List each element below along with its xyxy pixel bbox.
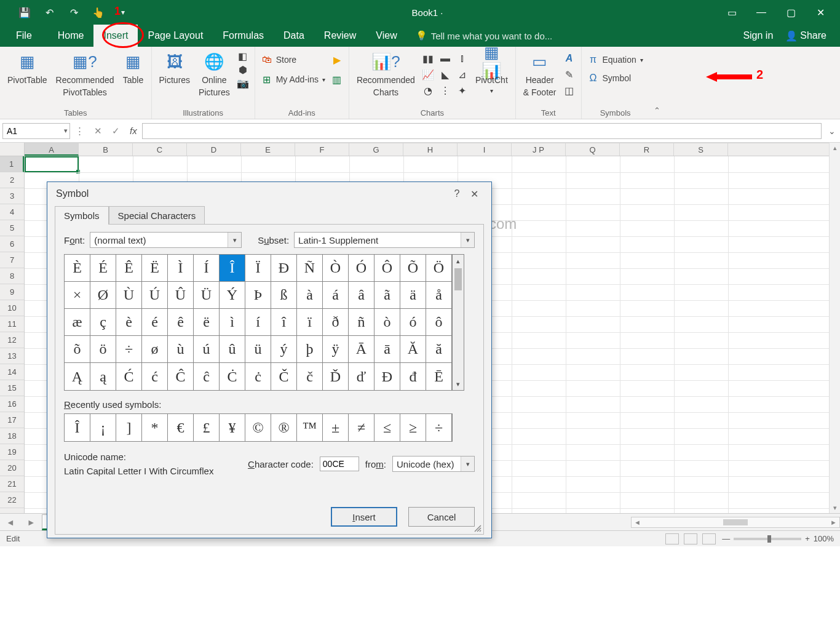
from-select[interactable]: Unicode (hex)▾ xyxy=(392,456,475,472)
recommended-charts-button[interactable]: 📊?RecommendedCharts xyxy=(355,50,416,98)
recent-symbol-cell[interactable]: ¡ xyxy=(90,414,116,441)
row-header[interactable]: 8 xyxy=(0,268,24,284)
resize-grip-icon[interactable] xyxy=(473,524,482,533)
symbol-cell[interactable]: Ú xyxy=(142,282,168,309)
symbol-cell[interactable]: å xyxy=(426,282,452,309)
vertical-scrollbar[interactable]: ▴▾ xyxy=(829,143,840,513)
cancel-button[interactable]: Cancel xyxy=(408,507,475,527)
symbol-cell[interactable]: á xyxy=(323,282,349,309)
combo-chart-button[interactable]: ⊿ xyxy=(457,69,468,80)
row-header[interactable]: 15 xyxy=(0,380,24,396)
name-box[interactable]: A1▾ xyxy=(2,123,70,139)
stock-chart-button[interactable]: ⫿ xyxy=(457,53,468,64)
symbol-cell[interactable]: Ï xyxy=(245,255,271,282)
smartart-button[interactable]: ⬢ xyxy=(237,64,248,75)
my-addins-button[interactable]: ⊞My Add-ins▾ xyxy=(261,74,325,85)
pie-chart-button[interactable]: ◔ xyxy=(422,85,434,96)
tab-data[interactable]: Data xyxy=(274,25,314,47)
table-button[interactable]: ▦Table xyxy=(122,50,145,86)
dots-icon[interactable]: ⋮ xyxy=(75,126,84,137)
symbol-cell[interactable]: Ē xyxy=(426,363,452,390)
formula-input[interactable] xyxy=(142,123,822,139)
symbol-button[interactable]: ΩSymbol xyxy=(588,73,643,84)
symbol-cell[interactable]: Î xyxy=(220,255,245,282)
symbol-cell[interactable]: ï xyxy=(297,309,323,336)
tab-formulas[interactable]: Formulas xyxy=(213,25,274,47)
tab-special-characters[interactable]: Special Characters xyxy=(109,206,205,225)
symbol-cell[interactable]: Ô xyxy=(374,255,400,282)
symbol-cell[interactable]: È xyxy=(65,255,90,282)
symbol-cell[interactable]: ċ xyxy=(245,363,271,390)
equation-button[interactable]: πEquation▾ xyxy=(588,54,643,65)
symbol-cell[interactable]: ÿ xyxy=(323,336,349,363)
symbol-grid-scrollbar[interactable]: ▴▾ xyxy=(452,254,464,391)
pivotchart-button[interactable]: ▦📊PivotCht▾ xyxy=(474,50,509,96)
page-break-view-button[interactable] xyxy=(702,533,716,544)
undo-icon[interactable]: ↶ xyxy=(43,6,55,18)
row-header[interactable]: 13 xyxy=(0,348,24,364)
row-header[interactable]: 10 xyxy=(0,300,24,316)
tab-view[interactable]: View xyxy=(366,25,406,47)
symbol-cell[interactable]: ð xyxy=(323,309,349,336)
symbol-cell[interactable]: Ö xyxy=(426,255,452,282)
row-header[interactable]: 6 xyxy=(0,236,24,252)
wordart-button[interactable]: A xyxy=(564,53,575,64)
row-header[interactable]: 14 xyxy=(0,364,24,380)
row-header[interactable]: 20 xyxy=(0,460,24,476)
symbol-cell[interactable]: Ą xyxy=(65,363,90,390)
tab-review[interactable]: Review xyxy=(314,25,366,47)
shapes-button[interactable]: ◧ xyxy=(237,50,248,62)
symbol-cell[interactable]: Ď xyxy=(323,363,349,390)
radar-chart-button[interactable]: ✦ xyxy=(457,85,468,96)
symbol-cell[interactable]: Č xyxy=(271,363,297,390)
recent-symbol-cell[interactable]: ≠ xyxy=(349,414,374,441)
row-header[interactable]: 9 xyxy=(0,284,24,300)
sheet-nav-next[interactable]: ► xyxy=(21,517,42,527)
symbol-cell[interactable]: Ø xyxy=(90,282,116,309)
column-header[interactable]: H xyxy=(403,143,458,156)
symbol-cell[interactable]: Ă xyxy=(400,336,426,363)
symbol-cell[interactable]: ù xyxy=(168,336,194,363)
row-header[interactable]: 18 xyxy=(0,428,24,444)
symbol-cell[interactable]: č xyxy=(297,363,323,390)
recent-symbol-cell[interactable]: Î xyxy=(65,414,90,441)
column-header[interactable]: S xyxy=(674,143,728,156)
enter-formula-icon[interactable]: ✓ xyxy=(112,126,120,137)
column-header[interactable]: E xyxy=(241,143,295,156)
symbol-cell[interactable]: ø xyxy=(142,336,168,363)
recent-symbol-cell[interactable]: £ xyxy=(194,414,220,441)
symbol-cell[interactable]: Ý xyxy=(220,282,245,309)
sheet-nav-prev[interactable]: ◄ xyxy=(0,517,21,527)
tab-page-layout[interactable]: Page Layout xyxy=(138,25,213,47)
recent-symbol-cell[interactable]: ] xyxy=(116,414,142,441)
column-header[interactable]: J P xyxy=(512,143,566,156)
recommended-pivottables-button[interactable]: ▦?RecommendedPivotTables xyxy=(55,50,116,98)
symbol-cell[interactable]: ì xyxy=(220,309,245,336)
symbol-cell[interactable]: Ü xyxy=(194,282,220,309)
symbol-cell[interactable]: ß xyxy=(271,282,297,309)
close-icon[interactable]: ✕ xyxy=(814,6,826,18)
row-header[interactable]: 2 xyxy=(0,172,24,188)
recent-symbol-cell[interactable]: ÷ xyxy=(426,414,452,441)
row-header[interactable]: 16 xyxy=(0,396,24,412)
symbol-cell[interactable]: É xyxy=(90,255,116,282)
symbol-cell[interactable]: Õ xyxy=(400,255,426,282)
font-select[interactable]: (normal text)▾ xyxy=(90,232,242,248)
zoom-in-icon[interactable]: + xyxy=(805,534,810,543)
tab-file[interactable]: File xyxy=(0,25,48,47)
share-button[interactable]: 👤Share xyxy=(780,28,831,44)
save-icon[interactable]: 💾 xyxy=(18,6,31,18)
column-header[interactable]: D xyxy=(187,143,241,156)
row-header[interactable]: 7 xyxy=(0,252,24,268)
row-header[interactable]: 22 xyxy=(0,492,24,508)
people-graph-button[interactable]: ▥ xyxy=(331,74,343,85)
help-button[interactable]: ? xyxy=(448,188,466,199)
symbol-cell[interactable]: Ñ xyxy=(297,255,323,282)
redo-icon[interactable]: ↷ xyxy=(68,6,80,18)
row-header[interactable]: 12 xyxy=(0,332,24,348)
symbol-cell[interactable]: û xyxy=(220,336,245,363)
pictures-button[interactable]: 🖼Pictures xyxy=(158,50,192,86)
row-header[interactable]: 19 xyxy=(0,444,24,460)
zoom-slider[interactable] xyxy=(734,538,801,540)
column-header[interactable]: R xyxy=(620,143,674,156)
